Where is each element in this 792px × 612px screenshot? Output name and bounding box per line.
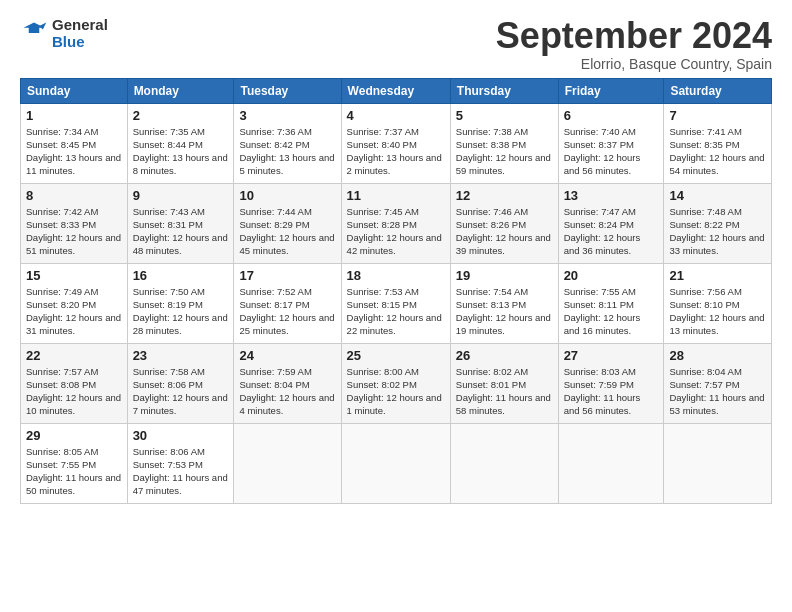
day-12: 12 Sunrise: 7:46 AM Sunset: 8:26 PM Dayl… [450, 183, 558, 263]
location-subtitle: Elorrio, Basque Country, Spain [496, 56, 772, 72]
empty-4 [558, 423, 664, 503]
title-block: September 2024 Elorrio, Basque Country, … [496, 16, 772, 72]
col-monday: Monday [127, 78, 234, 103]
empty-5 [664, 423, 772, 503]
week-5: 29 Sunrise: 8:05 AM Sunset: 7:55 PM Dayl… [21, 423, 772, 503]
logo-icon [20, 19, 48, 47]
day-24: 24 Sunrise: 7:59 AM Sunset: 8:04 PM Dayl… [234, 343, 341, 423]
calendar: Sunday Monday Tuesday Wednesday Thursday… [20, 78, 772, 504]
day-18: 18 Sunrise: 7:53 AM Sunset: 8:15 PM Dayl… [341, 263, 450, 343]
header-row: Sunday Monday Tuesday Wednesday Thursday… [21, 78, 772, 103]
day-21: 21 Sunrise: 7:56 AM Sunset: 8:10 PM Dayl… [664, 263, 772, 343]
day-4: 4 Sunrise: 7:37 AM Sunset: 8:40 PM Dayli… [341, 103, 450, 183]
day-9: 9 Sunrise: 7:43 AM Sunset: 8:31 PM Dayli… [127, 183, 234, 263]
day-13: 13 Sunrise: 7:47 AM Sunset: 8:24 PM Dayl… [558, 183, 664, 263]
day-1: 1 Sunrise: 7:34 AM Sunset: 8:45 PM Dayli… [21, 103, 128, 183]
day-30: 30 Sunrise: 8:06 AM Sunset: 7:53 PM Dayl… [127, 423, 234, 503]
day-19: 19 Sunrise: 7:54 AM Sunset: 8:13 PM Dayl… [450, 263, 558, 343]
day-15: 15 Sunrise: 7:49 AM Sunset: 8:20 PM Dayl… [21, 263, 128, 343]
empty-3 [450, 423, 558, 503]
day-27: 27 Sunrise: 8:03 AM Sunset: 7:59 PM Dayl… [558, 343, 664, 423]
empty-2 [341, 423, 450, 503]
day-11: 11 Sunrise: 7:45 AM Sunset: 8:28 PM Dayl… [341, 183, 450, 263]
page: General Blue September 2024 Elorrio, Bas… [0, 0, 792, 612]
day-28: 28 Sunrise: 8:04 AM Sunset: 7:57 PM Dayl… [664, 343, 772, 423]
day-5: 5 Sunrise: 7:38 AM Sunset: 8:38 PM Dayli… [450, 103, 558, 183]
col-sunday: Sunday [21, 78, 128, 103]
logo-text: General Blue [52, 16, 108, 51]
day-7: 7 Sunrise: 7:41 AM Sunset: 8:35 PM Dayli… [664, 103, 772, 183]
day-25: 25 Sunrise: 8:00 AM Sunset: 8:02 PM Dayl… [341, 343, 450, 423]
col-saturday: Saturday [664, 78, 772, 103]
week-2: 8 Sunrise: 7:42 AM Sunset: 8:33 PM Dayli… [21, 183, 772, 263]
col-tuesday: Tuesday [234, 78, 341, 103]
day-26: 26 Sunrise: 8:02 AM Sunset: 8:01 PM Dayl… [450, 343, 558, 423]
week-3: 15 Sunrise: 7:49 AM Sunset: 8:20 PM Dayl… [21, 263, 772, 343]
logo: General Blue [20, 16, 108, 51]
day-17: 17 Sunrise: 7:52 AM Sunset: 8:17 PM Dayl… [234, 263, 341, 343]
day-29: 29 Sunrise: 8:05 AM Sunset: 7:55 PM Dayl… [21, 423, 128, 503]
col-wednesday: Wednesday [341, 78, 450, 103]
col-friday: Friday [558, 78, 664, 103]
col-thursday: Thursday [450, 78, 558, 103]
day-20: 20 Sunrise: 7:55 AM Sunset: 8:11 PM Dayl… [558, 263, 664, 343]
logo-general: General [52, 16, 108, 33]
week-1: 1 Sunrise: 7:34 AM Sunset: 8:45 PM Dayli… [21, 103, 772, 183]
day-23: 23 Sunrise: 7:58 AM Sunset: 8:06 PM Dayl… [127, 343, 234, 423]
day-14: 14 Sunrise: 7:48 AM Sunset: 8:22 PM Dayl… [664, 183, 772, 263]
day-16: 16 Sunrise: 7:50 AM Sunset: 8:19 PM Dayl… [127, 263, 234, 343]
header: General Blue September 2024 Elorrio, Bas… [20, 16, 772, 72]
day-22: 22 Sunrise: 7:57 AM Sunset: 8:08 PM Dayl… [21, 343, 128, 423]
logo-blue: Blue [52, 33, 85, 50]
day-2: 2 Sunrise: 7:35 AM Sunset: 8:44 PM Dayli… [127, 103, 234, 183]
month-title: September 2024 [496, 16, 772, 56]
day-3: 3 Sunrise: 7:36 AM Sunset: 8:42 PM Dayli… [234, 103, 341, 183]
empty-1 [234, 423, 341, 503]
day-6: 6 Sunrise: 7:40 AM Sunset: 8:37 PM Dayli… [558, 103, 664, 183]
day-10: 10 Sunrise: 7:44 AM Sunset: 8:29 PM Dayl… [234, 183, 341, 263]
week-4: 22 Sunrise: 7:57 AM Sunset: 8:08 PM Dayl… [21, 343, 772, 423]
day-8: 8 Sunrise: 7:42 AM Sunset: 8:33 PM Dayli… [21, 183, 128, 263]
